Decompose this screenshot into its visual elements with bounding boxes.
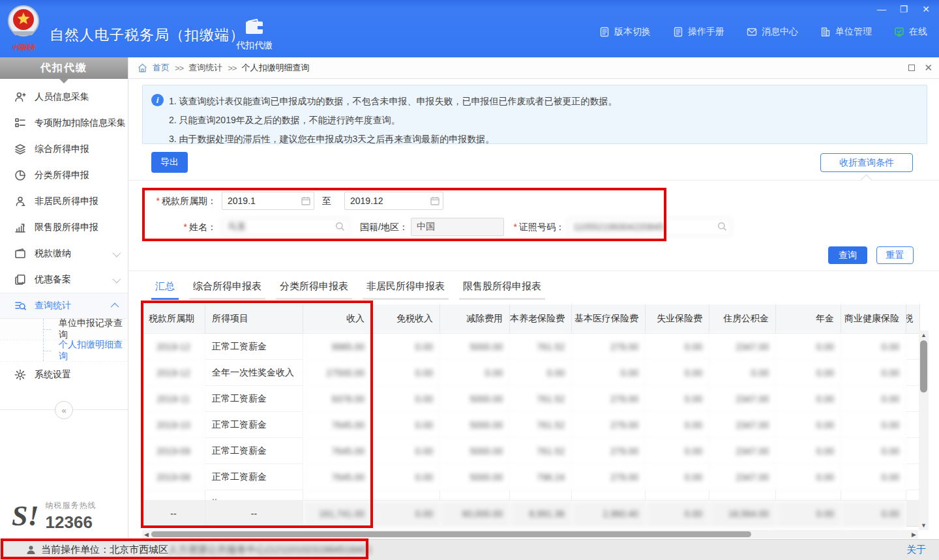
top-menu-item[interactable]: 在线 (894, 26, 927, 38)
tab-限售股所得申报表[interactable]: 限售股所得申报表 (459, 276, 545, 300)
online-icon (894, 27, 904, 37)
table-cell: 0.00 (372, 386, 440, 412)
table-cell: 2347.00 (709, 464, 776, 490)
sidebar-item-label: 非居民所得申报 (35, 196, 119, 207)
tax-emblem-logo: 中国税务 (7, 4, 40, 52)
table-cell: 0.00 (841, 360, 906, 386)
table-cell: 2019-11 (142, 386, 205, 412)
top-menu-item[interactable]: 消息中心 (747, 26, 798, 38)
sidebar-item[interactable]: 优惠备案 (0, 267, 128, 293)
tab-汇总[interactable]: 汇总 (151, 276, 179, 300)
reset-button[interactable]: 重置 (876, 246, 914, 264)
table-cell: 761.52 (510, 412, 572, 438)
table-cell: 0.00 (372, 412, 440, 438)
collapse-sidebar-button[interactable]: « (55, 401, 73, 419)
period-label: *税款所属期： (130, 192, 216, 210)
about-link[interactable]: 关于 (906, 544, 926, 556)
table-cell: 5000.00 (440, 464, 510, 490)
id-number-input[interactable] (567, 218, 732, 236)
hotline-number: 12366 (46, 512, 97, 533)
sidebar-item[interactable]: 分类所得申报 (0, 162, 128, 188)
sidebar-item[interactable]: 限售股所得申报 (0, 214, 128, 241)
sidebar-subitem[interactable]: 个人扣缴明细查询 (0, 340, 128, 362)
scroll-left-icon[interactable]: ◀ (142, 530, 151, 538)
top-menu-item[interactable]: 版本切换 (599, 26, 651, 38)
tab-分类所得申报表[interactable]: 分类所得申报表 (276, 276, 352, 300)
table-header-cell: 年金 (776, 304, 841, 334)
table-cell: 761.52 (510, 438, 572, 464)
sidebar-subitem[interactable]: 单位申报记录查询 (0, 319, 128, 340)
table-cell: 0.00 (776, 360, 841, 386)
brand: 中国税务 自然人电子税务局（扣缴端） (7, 4, 245, 52)
restore-icon[interactable]: ❐ (896, 3, 912, 16)
table-header-cell: 基本养老保险费 (510, 304, 572, 334)
sidebar-item[interactable]: 税款缴纳 (0, 241, 128, 267)
breadcrumb-item[interactable]: 查询统计 (188, 62, 222, 74)
table-cell: 正常工资薪金 (205, 386, 303, 412)
table-cell (906, 412, 920, 438)
scroll-right-icon[interactable]: ▶ (910, 530, 918, 538)
list-icon (14, 117, 26, 129)
table-cell: 0.00 (776, 412, 841, 438)
export-button[interactable]: 导出 (151, 152, 188, 173)
breadcrumb-home[interactable]: 首页 (153, 62, 170, 74)
table-cell: 0.00 (841, 334, 906, 360)
table-cell: 161,741.00 (303, 501, 372, 527)
table-cell (906, 334, 920, 360)
table-cell: 2019-12 (142, 334, 205, 360)
sidebar-item[interactable]: 非居民所得申报 (0, 188, 128, 214)
scroll-up-icon[interactable]: ▲ (919, 331, 929, 340)
top-menu-item[interactable]: 单位管理 (820, 26, 872, 38)
vscroll-thumb[interactable] (920, 340, 927, 392)
filter-panel-notch (860, 174, 872, 186)
sidebar-item[interactable]: 系统设置 (0, 362, 128, 388)
table-cell: 0.00 (646, 438, 709, 464)
table-header-cell: 失业保险费 (646, 304, 709, 334)
collapse-filter-button[interactable]: 收折查询条件 (820, 153, 913, 172)
search-icon[interactable] (717, 222, 727, 231)
table-cell: -- (142, 501, 205, 527)
nationality-input (411, 218, 504, 236)
name-label: *姓名： (163, 218, 216, 236)
info-icon: i (151, 94, 164, 106)
query-button[interactable]: 查询 (828, 246, 867, 264)
top-menu-label: 消息中心 (762, 26, 798, 38)
scroll-down-icon[interactable]: ▼ (919, 521, 929, 530)
calendar-icon[interactable] (430, 196, 440, 205)
table-cell: 5000.00 (440, 386, 510, 412)
home-icon[interactable] (138, 63, 147, 72)
period-to-input[interactable] (344, 192, 443, 210)
horizontal-scrollbar[interactable]: ◀ ▶ (142, 530, 918, 538)
calendar-icon[interactable] (301, 196, 310, 205)
top-menu-item[interactable]: 操作手册 (673, 26, 724, 38)
sidebar-item[interactable]: 查询统计 (0, 293, 128, 319)
table-cell: 0.00 (776, 501, 841, 527)
table-cell: 正常工资薪金 (205, 464, 303, 490)
table-cell (510, 490, 572, 501)
vertical-scrollbar[interactable]: ▲ ▼ (919, 331, 929, 530)
table-row: 2019-10正常工资薪金7645.000.005000.00761.52279… (142, 412, 918, 438)
table-header-cell: 收入 (303, 304, 372, 334)
tab-非居民所得申报表[interactable]: 非居民所得申报表 (363, 276, 449, 300)
sidebar-item-label: 人员信息采集 (35, 91, 119, 103)
close-icon[interactable]: ✕ (918, 3, 934, 16)
wallet-icon (245, 18, 264, 35)
hotline-label: 纳税服务热线 (46, 500, 97, 511)
sidebar-item[interactable]: 综合所得申报 (0, 136, 128, 162)
search-icon[interactable] (335, 222, 345, 231)
name-input[interactable] (222, 218, 350, 236)
minimize-icon[interactable]: — (874, 3, 889, 16)
table-cell: .. (205, 490, 303, 501)
restore-pane-icon[interactable] (908, 65, 915, 71)
titlebar: — ❐ ✕ 中国税务 自然人电子税务局（扣缴端） 代扣代缴 版本切换操作手册消息… (0, 0, 939, 57)
table-cell: 7645.00 (303, 412, 372, 438)
tab-综合所得申报表[interactable]: 综合所得申报表 (189, 276, 265, 300)
module-tab-daikoudaijiao[interactable]: 代扣代缴 (227, 12, 282, 57)
table-cell: -- (205, 501, 303, 527)
hscroll-thumb[interactable] (151, 531, 751, 537)
sidebar-item[interactable]: 人员信息采集 (0, 84, 128, 110)
close-pane-icon[interactable]: ✕ (924, 62, 932, 74)
table-cell: 0.00 (776, 334, 841, 360)
sidebar-item[interactable]: 专项附加扣除信息采集 (0, 110, 128, 136)
period-from-input[interactable] (222, 192, 314, 210)
